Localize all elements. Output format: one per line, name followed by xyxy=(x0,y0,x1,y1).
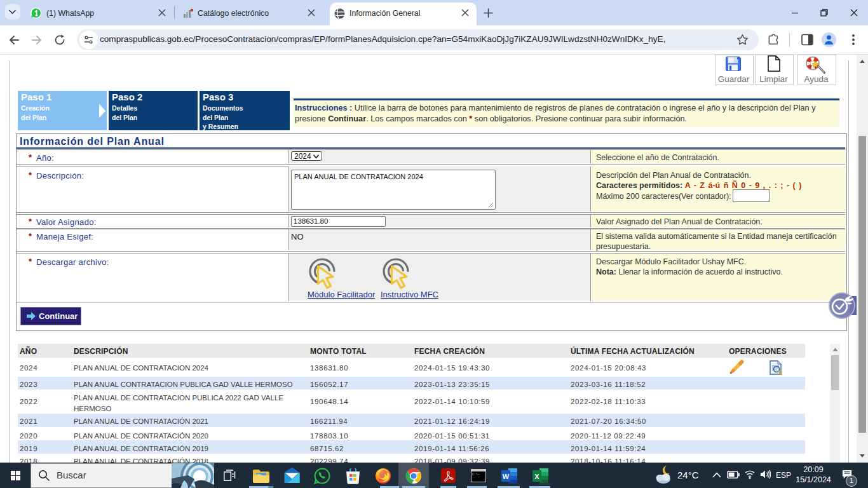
svg-text:W: W xyxy=(503,473,510,480)
svg-text:C:\─: C:\─ xyxy=(472,473,480,477)
svg-text:X: X xyxy=(534,473,539,480)
